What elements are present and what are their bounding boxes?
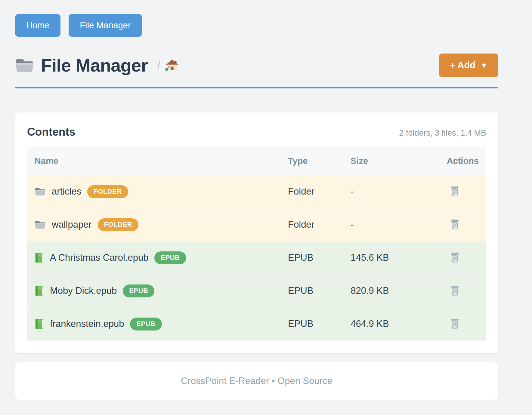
nav-file-manager-button[interactable]: File Manager — [69, 14, 142, 37]
trash-icon — [450, 318, 460, 329]
add-button[interactable]: + Add ▼ — [439, 54, 498, 77]
contents-header: Contents 2 folders, 3 files, 1.4 MB — [27, 126, 486, 138]
file-table-body: articlesFOLDERFolder-wallpaperFOLDERFold… — [27, 175, 486, 340]
top-nav: Home File Manager — [15, 14, 498, 37]
file-table: Name Type Size Actions articlesFOLDERFol… — [27, 147, 486, 341]
book-icon — [35, 252, 44, 263]
file-name: wallpaper — [52, 219, 92, 230]
type-badge: EPUB — [130, 318, 162, 330]
book-icon — [35, 285, 44, 297]
add-button-label: + Add — [450, 60, 475, 71]
breadcrumb-separator: / — [157, 59, 160, 72]
header-divider — [15, 87, 498, 88]
type-badge: EPUB — [123, 284, 154, 297]
trash-icon — [450, 186, 460, 197]
folder-icon — [35, 187, 46, 196]
table-row[interactable]: articlesFOLDERFolder- — [27, 175, 486, 208]
table-row[interactable]: wallpaperFOLDERFolder- — [27, 208, 486, 241]
table-row[interactable]: Moby Dick.epubEPUBEPUB820.9 KB — [27, 274, 486, 307]
file-size: 145.6 KB — [343, 241, 439, 274]
home-icon[interactable] — [165, 59, 179, 72]
file-size: - — [343, 175, 439, 208]
chevron-down-icon: ▼ — [480, 61, 488, 70]
trash-icon — [450, 285, 460, 296]
type-badge: FOLDER — [98, 218, 138, 231]
file-size: 820.9 KB — [343, 274, 439, 307]
file-type: Folder — [280, 175, 343, 208]
folder-icon — [15, 57, 34, 74]
delete-button[interactable] — [449, 317, 460, 331]
file-size: - — [343, 208, 439, 241]
column-header-type: Type — [280, 147, 343, 175]
file-type: EPUB — [280, 307, 343, 340]
delete-button[interactable] — [449, 184, 460, 199]
file-type: Folder — [280, 208, 343, 241]
file-name: Moby Dick.epub — [50, 285, 117, 296]
trash-icon — [450, 252, 460, 263]
table-row[interactable]: A Christmas Carol.epubEPUBEPUB145.6 KB — [27, 241, 486, 274]
page: Home File Manager File Manager / + Add ▼… — [0, 0, 532, 400]
delete-button[interactable] — [449, 251, 460, 265]
delete-button[interactable] — [449, 284, 460, 298]
file-name: articles — [52, 186, 81, 197]
footer-text: CrossPoint E-Reader • Open Source — [181, 376, 332, 386]
file-type: EPUB — [280, 274, 343, 307]
contents-summary: 2 folders, 3 files, 1.4 MB — [399, 128, 486, 138]
page-title: File Manager — [41, 55, 148, 76]
column-header-actions: Actions — [439, 147, 486, 175]
nav-home-button[interactable]: Home — [15, 14, 60, 37]
contents-title: Contents — [27, 126, 75, 138]
column-header-name: Name — [27, 147, 280, 175]
type-badge: EPUB — [154, 251, 186, 264]
file-size: 464.9 KB — [343, 307, 439, 340]
trash-icon — [450, 219, 460, 230]
book-icon — [35, 318, 44, 330]
delete-button[interactable] — [449, 217, 460, 232]
file-name: frankenstein.epub — [50, 318, 124, 329]
table-header-row: Name Type Size Actions — [27, 147, 486, 175]
type-badge: FOLDER — [87, 185, 128, 198]
contents-card: Contents 2 folders, 3 files, 1.4 MB Name… — [15, 112, 498, 353]
footer: CrossPoint E-Reader • Open Source — [15, 362, 498, 400]
file-type: EPUB — [280, 241, 343, 274]
page-header: File Manager / + Add ▼ — [15, 54, 498, 77]
file-name: A Christmas Carol.epub — [50, 252, 148, 263]
folder-icon — [35, 220, 46, 229]
table-row[interactable]: frankenstein.epubEPUBEPUB464.9 KB — [27, 307, 486, 340]
column-header-size: Size — [343, 147, 439, 175]
